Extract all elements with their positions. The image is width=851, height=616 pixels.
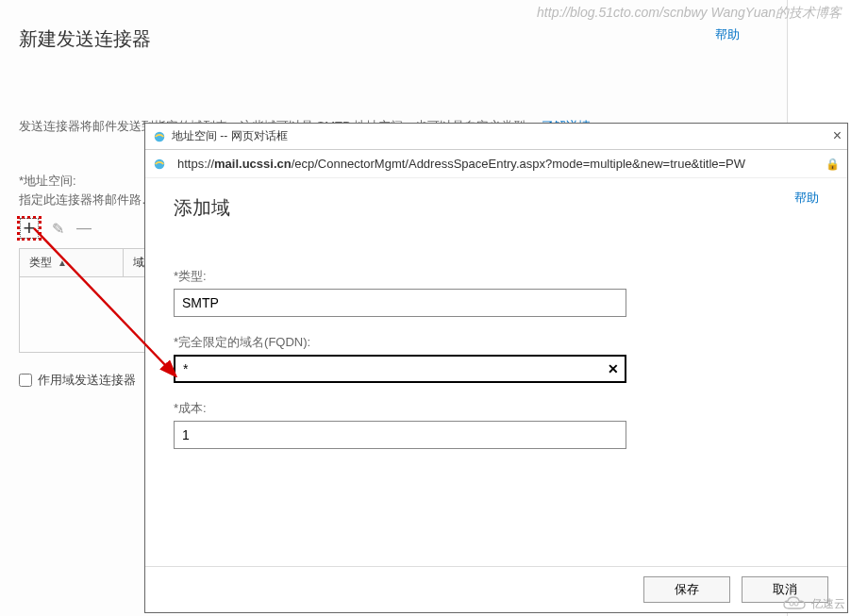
- dialog-close-button[interactable]: ×: [833, 127, 842, 144]
- lock-icon: 🔒: [826, 158, 840, 171]
- dialog-footer: 保存 取消: [145, 566, 847, 612]
- clear-input-button[interactable]: ✕: [608, 361, 619, 376]
- help-link-bg[interactable]: 帮助: [715, 26, 740, 43]
- fqdn-input-wrapper: ✕: [174, 355, 626, 383]
- clear-x-icon: ✕: [608, 361, 619, 376]
- ie-icon: [153, 130, 166, 143]
- scoped-connector-label: 作用域发送连接器: [38, 372, 136, 389]
- ie-icon-small: [153, 158, 166, 171]
- watermark-text: http://blog.51cto.com/scnbwy WangYuan的技术…: [537, 5, 842, 22]
- dialog-titlebar: 地址空间 -- 网页对话框 ×: [145, 124, 847, 150]
- minus-icon: —: [76, 220, 92, 237]
- svg-point-3: [790, 602, 793, 606]
- plus-icon: +: [24, 218, 36, 239]
- type-label: *类型:: [174, 268, 819, 285]
- remove-button[interactable]: —: [74, 218, 94, 239]
- svg-point-4: [794, 602, 798, 606]
- edit-button[interactable]: ✎: [47, 218, 68, 239]
- dialog-title: 添加域: [174, 195, 819, 221]
- scoped-connector-checkbox[interactable]: [19, 374, 32, 387]
- cost-label: *成本:: [174, 400, 819, 417]
- save-button[interactable]: 保存: [643, 576, 730, 603]
- fqdn-label: *完全限定的域名(FQDN):: [174, 334, 819, 351]
- close-icon: ×: [833, 127, 842, 143]
- yisu-logo: 亿速云: [781, 595, 845, 612]
- address-space-dialog: 地址空间 -- 网页对话框 × https://mail.ucssi.cn/ec…: [144, 123, 848, 613]
- dialog-url: https://mail.ucssi.cn/ecp/ConnectorMgmt/…: [177, 157, 820, 171]
- help-link-dialog[interactable]: 帮助: [794, 190, 819, 207]
- dialog-body: 帮助 添加域 *类型: *完全限定的域名(FQDN): ✕ *成本:: [145, 178, 847, 566]
- cost-input[interactable]: [174, 421, 626, 449]
- dialog-url-bar: https://mail.ucssi.cn/ecp/ConnectorMgmt/…: [145, 150, 847, 178]
- fqdn-input[interactable]: [174, 355, 626, 383]
- page-title: 新建发送连接器: [19, 26, 768, 52]
- column-type[interactable]: 类型 ▲: [20, 249, 124, 276]
- type-input[interactable]: [174, 289, 626, 317]
- dialog-window-title: 地址空间 -- 网页对话框: [172, 128, 288, 144]
- pencil-icon: ✎: [52, 220, 64, 238]
- sort-arrow-icon: ▲: [58, 258, 67, 268]
- cloud-icon: [781, 595, 808, 612]
- add-button[interactable]: +: [17, 216, 42, 241]
